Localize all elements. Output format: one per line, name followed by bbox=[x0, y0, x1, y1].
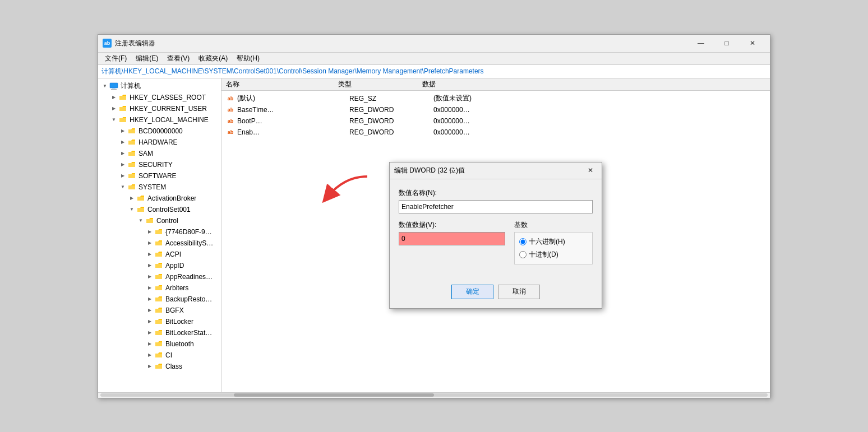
tree-item-class[interactable]: Class bbox=[98, 361, 221, 372]
dialog-base-section: 基数 十六进制(H) 十进制(D) bbox=[514, 220, 593, 264]
tree-item-accessibility[interactable]: AccessibilityS… bbox=[98, 238, 221, 249]
dialog-value-name-field: 数值名称(N): bbox=[399, 188, 593, 213]
breadcrumb-text: 计算机\HKEY_LOCAL_MACHINE\SYSTEM\ControlSet… bbox=[101, 67, 484, 76]
scrollbar-thumb[interactable] bbox=[234, 393, 434, 397]
folder-icon-bgfx bbox=[154, 306, 163, 315]
menu-favorites[interactable]: 收藏夹(A) bbox=[194, 53, 232, 64]
arrow-bgfx bbox=[145, 306, 154, 315]
close-button[interactable]: ✕ bbox=[740, 34, 765, 52]
tree-label-appid: AppID bbox=[165, 262, 184, 270]
folder-icon-hkcu bbox=[118, 104, 127, 113]
folder-icon-software bbox=[127, 171, 136, 180]
arrow-backuprestore bbox=[145, 295, 154, 304]
tree-item-bitlocker[interactable]: BitLocker bbox=[98, 316, 221, 327]
folder-icon-bcd bbox=[127, 127, 136, 136]
tree-item-backuprestore[interactable]: BackupResto… bbox=[98, 294, 221, 305]
dialog-value-name-label: 数值名称(N): bbox=[399, 188, 593, 198]
arrow-hklm bbox=[109, 115, 118, 124]
tree-item-bcd[interactable]: BCD00000000 bbox=[98, 126, 221, 137]
tree-item-hardware[interactable]: HARDWARE bbox=[98, 137, 221, 148]
tree-item-control[interactable]: Control bbox=[98, 215, 221, 226]
scrollbar-track[interactable] bbox=[100, 393, 768, 397]
tree-item-hkcr[interactable]: HKEY_CLASSES_ROOT bbox=[98, 92, 221, 103]
tree-label-acpi: ACPI bbox=[165, 250, 181, 258]
tree-item-security[interactable]: SECURITY bbox=[98, 159, 221, 170]
radio-hex-text: 十六进制(H) bbox=[529, 237, 565, 247]
radio-hex-input[interactable] bbox=[519, 238, 527, 245]
minimize-button[interactable]: — bbox=[688, 34, 714, 52]
radio-group-base: 十六进制(H) 十进制(D) bbox=[514, 232, 593, 264]
tree-item-hkcu[interactable]: HKEY_CURRENT_USER bbox=[98, 103, 221, 114]
arrow-guid bbox=[145, 227, 154, 236]
window-title: 注册表编辑器 bbox=[115, 39, 688, 48]
folder-icon-activationbroker bbox=[136, 194, 145, 203]
edit-dword-dialog: 编辑 DWORD (32 位)值 ✕ 数值名称(N): bbox=[389, 162, 602, 309]
registry-editor-window: ab 注册表编辑器 — □ ✕ 文件(F) 编辑(E) 查看(V) 收藏夹(A)… bbox=[98, 34, 770, 398]
tree-label-bluetooth: Bluetooth bbox=[165, 340, 194, 348]
menubar: 文件(F) 编辑(E) 查看(V) 收藏夹(A) 帮助(H) bbox=[98, 53, 770, 65]
tree-label-hkcu: HKEY_CURRENT_USER bbox=[130, 105, 207, 113]
folder-icon-bluetooth bbox=[154, 340, 163, 349]
menu-help[interactable]: 帮助(H) bbox=[232, 53, 264, 64]
radio-dec-input[interactable] bbox=[519, 251, 527, 258]
tree-item-system[interactable]: SYSTEM bbox=[98, 182, 221, 193]
tree-label-class: Class bbox=[165, 363, 182, 370]
folder-icon-class bbox=[154, 362, 163, 371]
dialog-value-data-input[interactable] bbox=[399, 232, 505, 245]
tree-item-appreadiness[interactable]: AppReadines… bbox=[98, 271, 221, 282]
tree-item-sam[interactable]: SAM bbox=[98, 148, 221, 159]
arrow-activationbroker bbox=[127, 194, 136, 203]
dialog-close-button[interactable]: ✕ bbox=[584, 164, 597, 177]
arrow-acpi bbox=[145, 250, 154, 259]
menu-view[interactable]: 查看(V) bbox=[163, 53, 194, 64]
tree-label-ci: CI bbox=[165, 351, 172, 359]
tree-item-appid[interactable]: AppID bbox=[98, 260, 221, 271]
dialog-cancel-button[interactable]: 取消 bbox=[498, 285, 540, 299]
folder-icon-arbiters bbox=[154, 284, 163, 292]
arrow-indicator bbox=[311, 165, 378, 210]
tree-label-bcd: BCD00000000 bbox=[138, 127, 183, 135]
dialog-titlebar: 编辑 DWORD (32 位)值 ✕ bbox=[390, 162, 602, 179]
arrow-control bbox=[136, 216, 145, 225]
tree-scrollbar[interactable] bbox=[98, 392, 770, 398]
arrow-ci bbox=[145, 351, 154, 360]
folder-icon-sam bbox=[127, 149, 136, 158]
svg-rect-2 bbox=[111, 89, 117, 90]
radio-dec-label[interactable]: 十进制(D) bbox=[519, 250, 588, 259]
tree-item-software[interactable]: SOFTWARE bbox=[98, 170, 221, 182]
tree-item-controlset001[interactable]: ControlSet001 bbox=[98, 204, 221, 215]
arrow-bluetooth bbox=[145, 340, 154, 349]
tree-label-hkcr: HKEY_CLASSES_ROOT bbox=[130, 94, 206, 101]
tree-item-hklm[interactable]: HKEY_LOCAL_MACHINE bbox=[98, 114, 221, 126]
dialog-base-label: 基数 bbox=[514, 220, 593, 230]
dialog-title: 编辑 DWORD (32 位)值 bbox=[394, 166, 584, 175]
tree-item-ci[interactable]: CI bbox=[98, 350, 221, 361]
tree-label-guid: {7746D80F-9… bbox=[165, 228, 212, 236]
tree-label-backuprestore: BackupResto… bbox=[165, 295, 212, 303]
tree-item-bitlockerstatus[interactable]: BitLockerStat… bbox=[98, 327, 221, 338]
tree-item-guid[interactable]: {7746D80F-9… bbox=[98, 226, 221, 238]
tree-item-bluetooth[interactable]: Bluetooth bbox=[98, 338, 221, 350]
tree-label-activationbroker: ActivationBroker bbox=[147, 194, 196, 202]
menu-file[interactable]: 文件(F) bbox=[100, 53, 131, 64]
dialog-footer: 确定 取消 bbox=[390, 280, 602, 308]
tree-item-acpi[interactable]: ACPI bbox=[98, 249, 221, 260]
tree-label-bitlocker: BitLocker bbox=[165, 318, 193, 326]
tree-item-bgfx[interactable]: BGFX bbox=[98, 305, 221, 316]
tree-label-sam: SAM bbox=[138, 150, 153, 157]
folder-icon-appid bbox=[154, 261, 163, 270]
dialog-ok-button[interactable]: 确定 bbox=[451, 285, 493, 299]
radio-hex-label[interactable]: 十六进制(H) bbox=[519, 237, 588, 247]
tree-item-activationbroker[interactable]: ActivationBroker bbox=[98, 193, 221, 204]
tree-item-arbiters[interactable]: Arbiters bbox=[98, 282, 221, 294]
dialog-value-name-input[interactable] bbox=[399, 200, 593, 213]
menu-edit[interactable]: 编辑(E) bbox=[131, 53, 163, 64]
tree-item-computer[interactable]: 计算机 bbox=[98, 81, 221, 92]
computer-icon bbox=[109, 82, 118, 91]
arrow-software bbox=[118, 171, 127, 180]
maximize-button[interactable]: □ bbox=[714, 34, 740, 52]
titlebar-buttons: — □ ✕ bbox=[688, 34, 765, 52]
arrow-security bbox=[118, 160, 127, 169]
folder-icon-appreadiness bbox=[154, 272, 163, 281]
folder-icon-security bbox=[127, 160, 136, 169]
